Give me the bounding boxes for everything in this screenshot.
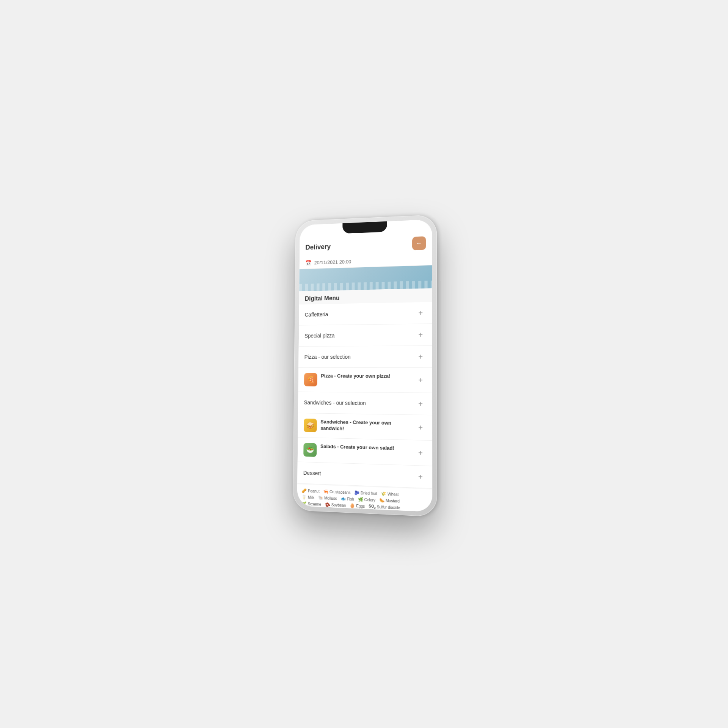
salads-create-icon: 🥗 xyxy=(303,443,317,457)
allergen-mustard: 🌭 Mustard xyxy=(379,498,400,504)
allergen-celery: 🌿 Celery xyxy=(358,497,375,503)
menu-list: Caffetteria + Special pizza + Pizza - ou… xyxy=(297,302,432,488)
allergen-mollusc: 🐚 Mollusc xyxy=(318,495,337,501)
menu-item-caffetteria[interactable]: Caffetteria + xyxy=(299,302,432,325)
allergen-milk-label: Milk xyxy=(308,495,314,500)
pizza-create-inner: 🍕 Pizza - Create your own pizza! xyxy=(304,373,415,387)
expand-caffetteria-button[interactable]: + xyxy=(415,308,426,318)
pizza-create-icon: 🍕 xyxy=(304,373,317,387)
expand-sandwiches-create-button[interactable]: + xyxy=(415,422,426,433)
allergen-crustaceans: 🦐 Crustaceans xyxy=(323,489,350,495)
sandwiches-create-icon: 🥪 xyxy=(304,419,317,432)
allergen-celery-label: Celery xyxy=(364,497,375,502)
peanut-icon: 🥜 xyxy=(301,488,307,494)
back-button[interactable]: ← xyxy=(412,236,426,250)
phone-body: Delivery ← 📅 20/11/2021 20:00 Digital Me… xyxy=(293,215,437,517)
phone-device: Delivery ← 📅 20/11/2021 20:00 Digital Me… xyxy=(293,215,437,517)
banner-image xyxy=(299,265,432,291)
allergen-dried-fruit: 🫐 Dried fruit xyxy=(354,490,377,496)
allergen-mustard-label: Mustard xyxy=(386,499,400,504)
allergen-eggs-label: Eggs xyxy=(356,504,365,508)
allergen-sulfur-dioxide-label: Sulfur dioxide xyxy=(377,505,400,510)
date-text: 20/11/2021 20:00 xyxy=(314,259,351,265)
menu-item-sandwiches-selection[interactable]: Sandwiches - our selection + xyxy=(298,392,432,416)
menu-item-special-pizza[interactable]: Special pizza + xyxy=(299,324,432,347)
expand-special-pizza-button[interactable]: + xyxy=(415,329,426,340)
allergen-wheat-label: Wheat xyxy=(388,492,399,496)
allergen-milk: 🥛 Milk xyxy=(301,495,314,500)
allergen-section: 🥜 Peanut 🦐 Crustaceans 🫐 Dried fruit xyxy=(297,484,432,512)
allergen-peanut: 🥜 Peanut xyxy=(301,488,319,494)
allergen-dried-fruit-label: Dried fruit xyxy=(361,491,377,496)
mollusc-icon: 🐚 xyxy=(318,495,323,500)
allergen-crustaceans-label: Crustaceans xyxy=(329,490,350,494)
allergen-sesame-label: Sesame xyxy=(308,502,322,507)
eggs-icon: 🥚 xyxy=(350,503,355,508)
allergen-soybean: 🫘 Soybean xyxy=(325,502,346,508)
soybean-icon: 🫘 xyxy=(325,502,330,507)
allergen-fish: 🐟 Fish xyxy=(340,496,354,502)
celery-icon: 🌿 xyxy=(358,497,363,502)
allergen-fish-label: Fish xyxy=(347,497,354,502)
calendar-icon: 📅 xyxy=(305,260,311,266)
so2-icon: SO2 xyxy=(369,504,376,509)
allergen-soybean-label: Soybean xyxy=(331,503,346,508)
fish-icon: 🐟 xyxy=(340,496,346,502)
menu-item-dessert[interactable]: Dessert + xyxy=(297,462,432,488)
menu-item-pizza-create[interactable]: 🍕 Pizza - Create your own pizza! + xyxy=(298,368,432,393)
menu-item-pizza-selection[interactable]: Pizza - our selection + xyxy=(298,346,432,368)
menu-item-sandwiches-create[interactable]: 🥪 Sandwiches - Create your own sandwich!… xyxy=(298,413,432,441)
mustard-icon: 🌭 xyxy=(379,498,384,503)
crustaceans-icon: 🦐 xyxy=(323,489,328,494)
phone-screen: Delivery ← 📅 20/11/2021 20:00 Digital Me… xyxy=(297,220,432,512)
wheat-icon: 🌾 xyxy=(381,491,386,497)
phone-notch xyxy=(342,221,387,234)
salads-create-inner: 🥗 Salads - Create your own salad! xyxy=(303,443,415,460)
sesame-icon: 🌱 xyxy=(301,501,307,507)
expand-pizza-create-button[interactable]: + xyxy=(415,375,426,386)
allergen-eggs: 🥚 Eggs xyxy=(350,503,365,509)
allergen-wheat: 🌾 Wheat xyxy=(381,491,399,497)
allergen-sulfur-dioxide: SO2 Sulfur dioxide xyxy=(369,504,400,510)
sandwiches-create-inner: 🥪 Sandwiches - Create your own sandwich! xyxy=(304,419,415,435)
dried-fruit-icon: 🫐 xyxy=(354,490,359,496)
app-content[interactable]: Delivery ← 📅 20/11/2021 20:00 Digital Me… xyxy=(297,233,432,512)
allergen-sesame: 🌱 Sesame xyxy=(301,501,321,507)
expand-pizza-selection-button[interactable]: + xyxy=(415,351,426,362)
menu-item-salads-create[interactable]: 🥗 Salads - Create your own salad! + xyxy=(298,438,432,466)
expand-dessert-button[interactable]: + xyxy=(415,471,426,482)
expand-sandwiches-selection-button[interactable]: + xyxy=(415,399,426,410)
expand-salads-create-button[interactable]: + xyxy=(415,447,426,459)
allergen-peanut-label: Peanut xyxy=(308,489,320,493)
allergen-mollusc-label: Mollusc xyxy=(324,496,337,501)
milk-icon: 🥛 xyxy=(301,495,307,500)
page-title: Delivery xyxy=(305,243,331,251)
